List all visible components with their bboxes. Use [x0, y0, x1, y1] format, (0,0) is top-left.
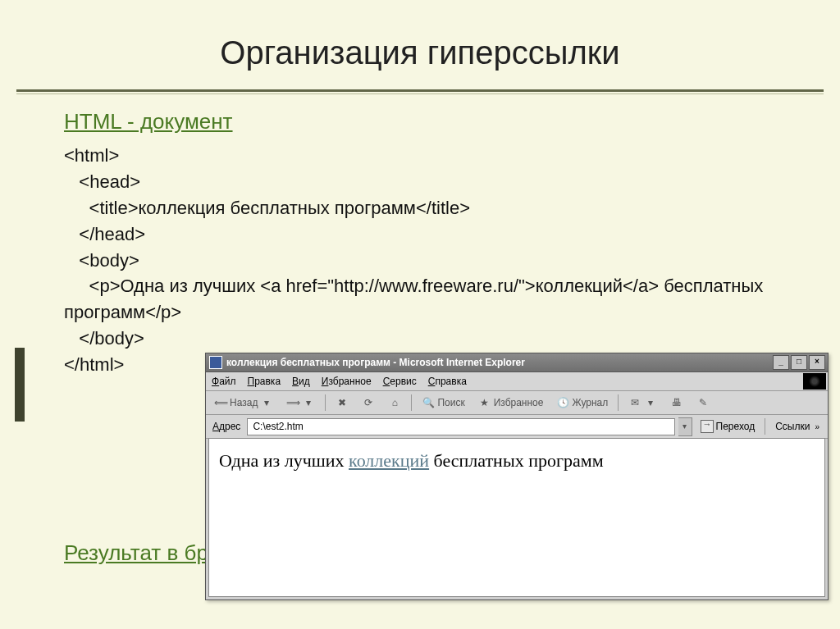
- go-icon: [701, 420, 714, 433]
- address-input[interactable]: C:\est2.htm: [247, 418, 674, 435]
- dropdown-icon: ▾: [260, 396, 273, 409]
- search-label: Поиск: [437, 397, 464, 408]
- refresh-icon: ⟳: [362, 396, 375, 409]
- forward-arrow-icon: ⟹: [286, 396, 299, 409]
- back-arrow-icon: ⟸: [214, 396, 227, 409]
- menu-tools-rest: ервис: [390, 376, 416, 387]
- history-label: Журнал: [572, 397, 608, 408]
- address-label: Адрес: [209, 421, 244, 432]
- toolbar: ⟸ Назад ▾ ⟹ ▾ ✖ ⟳ ⌂ 🔍 Поиск ★ Избранное: [206, 391, 828, 415]
- addr-sep: [765, 418, 765, 435]
- mail-button[interactable]: ✉▾: [623, 394, 662, 412]
- menu-favorites[interactable]: Избранное: [316, 376, 377, 387]
- titlebar: коллекция бесплатных программ - Microsof…: [206, 353, 828, 372]
- clock-icon: 🕓: [556, 396, 569, 409]
- menu-edit-rest: равка: [254, 376, 281, 387]
- decorative-bar: [15, 348, 25, 422]
- address-dropdown[interactable]: ▾: [678, 417, 692, 436]
- toolbar-sep: [411, 394, 412, 411]
- mail-icon: ✉: [628, 396, 641, 409]
- page-text-after: бесплатных программ: [429, 450, 604, 471]
- dropdown-icon: ▾: [302, 396, 315, 409]
- menu-edit[interactable]: Правка: [242, 376, 287, 387]
- code-block: <html> <head> <title>коллекция бесплатны…: [64, 143, 824, 378]
- minimize-button[interactable]: _: [773, 355, 789, 370]
- menu-file[interactable]: Файл: [206, 376, 242, 387]
- menu-tools[interactable]: Сервис: [377, 376, 422, 387]
- page-link[interactable]: коллекций: [349, 450, 429, 471]
- refresh-button[interactable]: ⟳: [357, 394, 380, 412]
- menu-fav-rest: збранное: [328, 376, 371, 387]
- menu-help-rest: правка: [435, 376, 466, 387]
- ie-icon: [209, 356, 222, 369]
- print-icon: 🖶: [670, 396, 683, 409]
- chevron-right-icon: »: [815, 422, 819, 431]
- divider-main: [16, 89, 824, 92]
- close-button[interactable]: ×: [809, 355, 825, 370]
- star-icon: ★: [478, 396, 491, 409]
- page-text-before: Одна из лучших: [219, 450, 349, 471]
- menu-view-rest: ид: [299, 376, 310, 387]
- stop-button[interactable]: ✖: [331, 394, 354, 412]
- favorites-button[interactable]: ★ Избранное: [473, 394, 549, 412]
- slide-title: Организация гиперссылки: [0, 0, 840, 89]
- go-button[interactable]: Переход: [696, 420, 760, 433]
- maximize-button[interactable]: □: [791, 355, 807, 370]
- page-viewport: Одна из лучших коллекций бесплатных прог…: [208, 438, 825, 597]
- menu-view-u: В: [292, 376, 299, 387]
- menu-file-u: Ф: [212, 376, 219, 387]
- menu-edit-u: П: [248, 376, 255, 387]
- throbber-icon: [803, 373, 826, 390]
- menubar: Файл Правка Вид Избранное Сервис Справка: [206, 372, 828, 391]
- toolbar-sep: [618, 394, 619, 411]
- menu-tools-u: С: [383, 376, 390, 387]
- toolbar-sep: [325, 394, 326, 411]
- back-button[interactable]: ⟸ Назад ▾: [209, 394, 278, 412]
- html-doc-label: HTML - документ: [64, 109, 824, 134]
- home-button[interactable]: ⌂: [383, 394, 406, 412]
- favorites-label: Избранное: [494, 397, 544, 408]
- menu-view[interactable]: Вид: [286, 376, 316, 387]
- browser-window: коллекция бесплатных программ - Microsof…: [205, 353, 829, 600]
- dropdown-icon: ▾: [644, 396, 657, 409]
- search-icon: 🔍: [422, 396, 435, 409]
- menu-help[interactable]: Справка: [422, 376, 472, 387]
- addressbar: Адрес C:\est2.htm ▾ Переход Ссылки »: [206, 415, 828, 439]
- menu-file-rest: айл: [219, 376, 235, 387]
- links-label: Ссылки: [775, 421, 810, 432]
- stop-icon: ✖: [336, 396, 349, 409]
- go-label: Переход: [716, 421, 756, 432]
- back-label: Назад: [230, 397, 258, 408]
- history-button[interactable]: 🕓 Журнал: [551, 394, 613, 412]
- links-button[interactable]: Ссылки »: [770, 421, 824, 432]
- forward-button[interactable]: ⟹ ▾: [281, 394, 320, 412]
- print-button[interactable]: 🖶: [665, 394, 688, 412]
- window-title: коллекция бесплатных программ - Microsof…: [226, 353, 773, 371]
- edit-button[interactable]: ✎: [692, 394, 714, 412]
- home-icon: ⌂: [388, 396, 401, 409]
- search-button[interactable]: 🔍 Поиск: [417, 394, 469, 412]
- edit-icon: ✎: [696, 396, 710, 409]
